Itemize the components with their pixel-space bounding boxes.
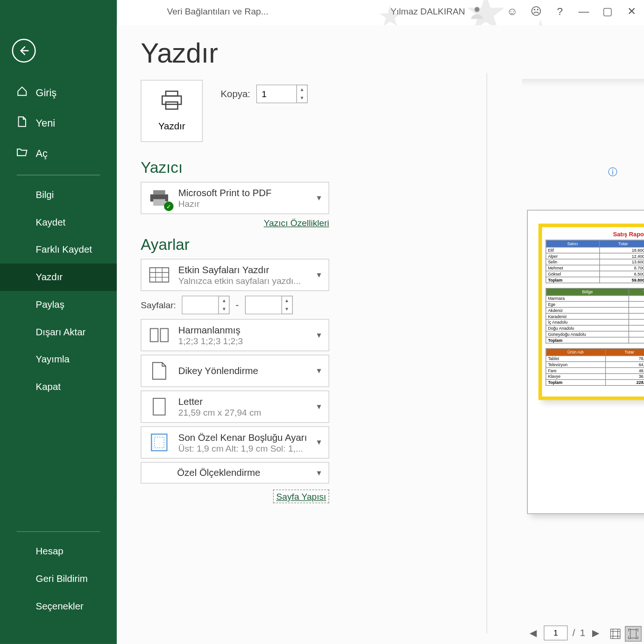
printer-section-title: Yazıcı <box>141 159 620 177</box>
spin-up-icon[interactable]: ▲ <box>282 297 292 305</box>
nav-account[interactable]: Hesap <box>0 538 117 566</box>
copies-input[interactable] <box>257 85 296 103</box>
collate-sub: 1;2;3 1;2;3 1;2;3 <box>178 335 308 346</box>
svg-rect-23 <box>630 630 637 638</box>
pages-from-spinner[interactable]: ▲▼ <box>182 296 230 314</box>
chevron-down-icon: ▼ <box>316 194 323 202</box>
pages-from-input[interactable] <box>183 297 219 314</box>
user-avatar-icon[interactable] <box>470 5 484 19</box>
nav-open[interactable]: Aç <box>0 138 117 169</box>
svg-point-1 <box>474 7 479 12</box>
svg-rect-14 <box>160 329 168 342</box>
collate-dropdown[interactable]: Harmanlanmış 1;2;3 1;2;3 1;2;3 ▼ <box>141 319 329 351</box>
close-icon[interactable]: ✕ <box>625 5 638 18</box>
nav-save[interactable]: Kaydet <box>0 209 117 236</box>
printer-properties-link[interactable]: Yazıcı Özellikleri <box>264 218 329 228</box>
print-what-dropdown[interactable]: Etkin Sayfaları Yazdır Yalnızca etkin sa… <box>141 259 329 291</box>
preview-page-nav: ◀ / 1 ▶ <box>527 625 602 640</box>
pages-to-spinner[interactable]: ▲▼ <box>245 296 292 314</box>
paper-dropdown[interactable]: Letter 21,59 cm x 27,94 cm ▼ <box>141 390 329 423</box>
zoom-to-page-button[interactable] <box>625 626 642 642</box>
orientation-dropdown[interactable]: Dikey Yönlendirme ▼ <box>141 355 329 387</box>
nav-info[interactable]: Bilgi <box>0 181 117 209</box>
paper-title: Letter <box>178 396 308 407</box>
chevron-down-icon: ▼ <box>316 271 323 279</box>
report-title: Satış Raporu <box>545 231 644 237</box>
nav-new-label: Yeni <box>36 117 55 129</box>
printer-device-icon: ✓ <box>147 187 171 209</box>
page-title: Yazdır <box>141 37 620 69</box>
current-page-input[interactable] <box>544 625 567 640</box>
prev-page-button[interactable]: ◀ <box>527 626 539 640</box>
show-margins-button[interactable] <box>607 626 624 642</box>
printer-dropdown[interactable]: ✓ Microsoft Print to PDF Hazır ▼ <box>141 182 329 214</box>
svg-rect-7 <box>153 199 165 205</box>
nav-print[interactable]: Yazdır <box>0 263 117 291</box>
svg-rect-2 <box>166 91 178 96</box>
frown-icon[interactable]: ☹ <box>530 5 543 18</box>
nav-publish[interactable]: Yayımla <box>0 346 117 374</box>
spin-down-icon[interactable]: ▼ <box>219 305 229 314</box>
user-name[interactable]: Yılmaz DALKIRAN <box>390 6 465 16</box>
print-what-sub: Yalnızca etkin sayfaları yazdı... <box>178 275 308 285</box>
print-preview-page: Satış Raporu SatıcıTutarSatış AdediElif1… <box>527 210 644 514</box>
printer-icon <box>160 90 184 115</box>
print-button-label: Yazdır <box>158 121 185 132</box>
nav-options[interactable]: Seçenekler <box>0 593 117 620</box>
pages-dash: - <box>233 300 241 311</box>
svg-rect-3 <box>162 96 181 105</box>
smile-icon[interactable]: ☺ <box>506 5 519 18</box>
preview-shadow <box>522 79 644 87</box>
nav-new[interactable]: Yeni <box>0 108 117 138</box>
nav-export[interactable]: Dışarı Aktar <box>0 318 117 346</box>
margins-icon <box>147 432 171 453</box>
paper-icon <box>147 396 171 418</box>
print-button[interactable]: Yazdır <box>141 80 203 142</box>
collate-icon <box>147 325 171 346</box>
preview-table-2: BölgeTutarSatış AdediMarmara178.400564Eg… <box>545 288 644 344</box>
svg-rect-13 <box>150 329 158 342</box>
nav-divider-bottom <box>17 531 100 532</box>
print-backstage-main: Yazdır Yazdır Kopya: ▲▼ Yazıcı ⓘ ✓ Micro… <box>117 25 644 644</box>
margins-dropdown[interactable]: Son Özel Kenar Boşluğu Ayarı Üst: 1,9 cm… <box>141 426 329 459</box>
back-button[interactable] <box>12 39 36 63</box>
info-icon[interactable]: ⓘ <box>608 166 617 179</box>
page-separator: / <box>573 628 575 638</box>
orientation-title: Dikey Yönlendirme <box>178 366 308 376</box>
preview-table-1: SatıcıTutarSatış AdediElif18.60089Alper1… <box>545 240 644 283</box>
next-page-button[interactable]: ▶ <box>590 626 602 640</box>
paper-sub: 21,59 cm x 27,94 cm <box>178 407 308 417</box>
scaling-dropdown[interactable]: Özel Ölçeklendirme ▼ <box>141 462 329 484</box>
printer-name: Microsoft Print to PDF <box>178 188 308 198</box>
preview-content-highlight: Satış Raporu SatıcıTutarSatış AdediElif1… <box>538 224 644 400</box>
chevron-down-icon: ▼ <box>316 331 323 340</box>
printer-status: Hazır <box>178 198 308 209</box>
spin-up-icon[interactable]: ▲ <box>297 85 307 94</box>
print-what-title: Etkin Sayfaları Yazdır <box>178 264 308 275</box>
sheets-icon <box>147 264 171 286</box>
nav-home[interactable]: Giriş <box>0 78 117 108</box>
spin-up-icon[interactable]: ▲ <box>219 297 229 305</box>
spin-down-icon[interactable]: ▼ <box>297 94 307 103</box>
scaling-title: Özel Ölçeklendirme <box>177 467 308 478</box>
svg-rect-5 <box>153 190 165 194</box>
maximize-icon[interactable]: ▢ <box>601 5 614 18</box>
minimize-icon[interactable]: — <box>577 5 590 18</box>
chevron-down-icon: ▼ <box>316 403 323 411</box>
svg-rect-4 <box>166 102 178 109</box>
nav-save-as[interactable]: Farklı Kaydet <box>0 236 117 264</box>
svg-rect-16 <box>151 434 167 451</box>
nav-close[interactable]: Kapat <box>0 373 117 401</box>
chevron-down-icon: ▼ <box>316 438 323 446</box>
help-icon[interactable]: ? <box>553 5 566 18</box>
folder-icon <box>17 147 28 160</box>
home-icon <box>17 86 28 99</box>
check-icon: ✓ <box>164 202 173 211</box>
nav-share[interactable]: Paylaş <box>0 291 117 318</box>
pages-to-input[interactable] <box>245 297 281 314</box>
spin-down-icon[interactable]: ▼ <box>282 305 292 314</box>
backstage-sidebar: Giriş Yeni Aç Bilgi Kaydet Farklı Kaydet… <box>0 0 117 644</box>
page-setup-link[interactable]: Sayfa Yapısı <box>273 489 329 503</box>
nav-feedback[interactable]: Geri Bildirim <box>0 565 117 593</box>
copies-spinner[interactable]: ▲▼ <box>256 85 308 103</box>
